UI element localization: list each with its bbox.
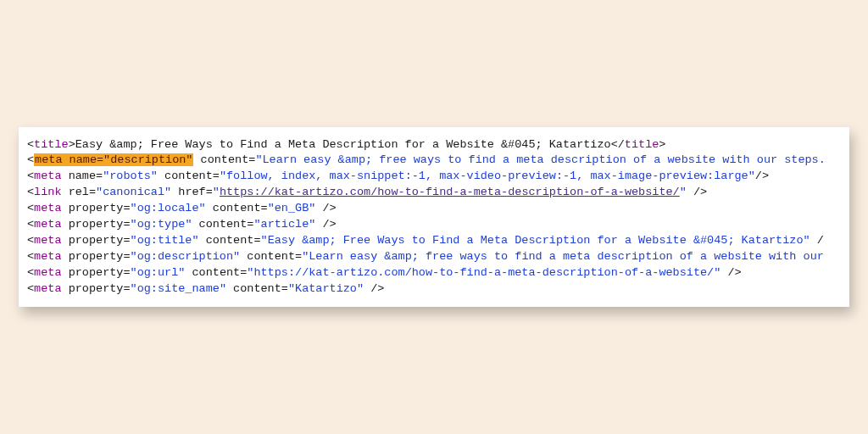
tag-name: title: [34, 138, 69, 151]
code-line: <meta property="og:title" content="Easy …: [27, 233, 841, 249]
code-line: <meta property="og:locale" content="en_G…: [27, 201, 841, 217]
code-line: <meta name="description" content="Learn …: [27, 153, 841, 169]
highlighted-text: meta name="description": [34, 153, 193, 166]
code-line: <meta property="og:type" content="articl…: [27, 217, 841, 233]
inner-text: Easy &amp; Free Ways to Find a Meta Desc…: [75, 138, 611, 151]
code-line: <meta name="robots" content="follow, ind…: [27, 169, 841, 185]
code-line: <meta property="og:description" content=…: [27, 249, 841, 265]
code-line: <title>Easy &amp; Free Ways to Find a Me…: [27, 137, 841, 153]
code-snippet-card: <title>Easy &amp; Free Ways to Find a Me…: [19, 127, 849, 308]
code-line: <meta property="og:site_name" content="K…: [27, 281, 841, 298]
canonical-link[interactable]: https://kat-artizo.com/how-to-find-a-met…: [220, 186, 680, 198]
code-line: <meta property="og:url" content="https:/…: [27, 265, 841, 281]
code-line: <link rel="canonical" href="https://kat-…: [27, 185, 841, 201]
